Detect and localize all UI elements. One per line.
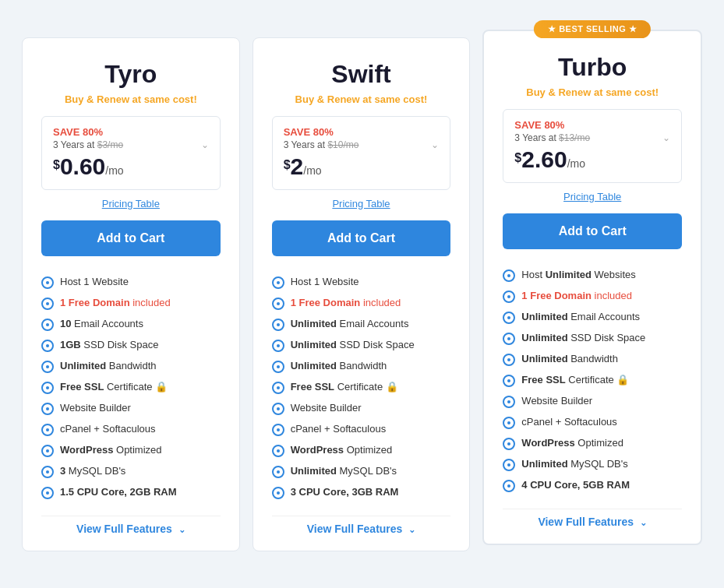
price-main: $2/mo xyxy=(284,153,440,180)
feature-check-icon xyxy=(272,361,284,373)
feature-check-icon xyxy=(41,466,54,478)
feature-text: 4 CPU Core, 5GB RAM xyxy=(521,479,630,491)
price-box[interactable]: SAVE 80% 3 Years at $13/mo ⌄ $2.60/mo xyxy=(503,109,682,183)
pricing-container: Tyro Buy & Renew at same cost! SAVE 80% … xyxy=(16,30,708,559)
view-full-features-link[interactable]: View Full Features ⌄ xyxy=(272,516,451,535)
feature-check-icon xyxy=(503,417,515,429)
chevron-icon: ⌄ xyxy=(662,132,670,143)
plan-card-tyro: Tyro Buy & Renew at same cost! SAVE 80% … xyxy=(22,37,240,551)
feature-text: 1 Free Domain included xyxy=(60,297,171,308)
feature-check-icon xyxy=(503,438,515,450)
years-line: 3 Years at $3/mo ⌄ xyxy=(53,139,209,150)
features-list: Host 1 Website 1 Free Domain included Un… xyxy=(272,272,451,503)
price-box[interactable]: SAVE 80% 3 Years at $3/mo ⌄ $0.60/mo xyxy=(41,116,221,190)
feature-check-icon xyxy=(41,361,54,373)
feature-item: 10 Email Accounts xyxy=(41,314,221,335)
features-list: Host 1 Website 1 Free Domain included 10… xyxy=(41,272,221,503)
chevron-icon: ⌄ xyxy=(201,139,209,150)
price-suffix: /mo xyxy=(105,164,123,177)
feature-text: Unlimited Bandwidth xyxy=(521,353,618,364)
feature-text: Unlimited MySQL DB's xyxy=(521,458,627,470)
feature-text: 1 Free Domain included xyxy=(291,297,401,308)
feature-text: cPanel + Softaculous xyxy=(291,423,387,435)
feature-check-icon xyxy=(41,276,54,289)
feature-text: Free SSL Certificate 🔒 xyxy=(60,381,168,393)
feature-text: 10 Email Accounts xyxy=(60,318,143,329)
years-text: 3 Years at $3/mo xyxy=(53,139,123,150)
feature-item: 3 CPU Core, 3GB RAM xyxy=(272,482,451,503)
add-to-cart-button[interactable]: Add to Cart xyxy=(272,220,451,256)
view-full-features-link[interactable]: View Full Features ⌄ xyxy=(503,509,682,528)
feature-item: Unlimited Bandwidth xyxy=(503,349,682,370)
feature-check-icon xyxy=(272,382,284,394)
years-text: 3 Years at $10/mo xyxy=(284,139,359,150)
feature-item: cPanel + Softaculous xyxy=(503,412,682,433)
feature-check-icon xyxy=(272,424,284,436)
price-box[interactable]: SAVE 80% 3 Years at $10/mo ⌄ $2/mo xyxy=(272,116,451,190)
feature-text: Website Builder xyxy=(60,402,131,414)
feature-text: Website Builder xyxy=(291,402,362,414)
pricing-table-link[interactable]: Pricing Table xyxy=(503,191,682,202)
feature-check-icon xyxy=(41,382,54,394)
plan-card-swift: Swift Buy & Renew at same cost! SAVE 80%… xyxy=(253,37,471,551)
feature-text: WordPress Optimized xyxy=(60,444,162,456)
feature-check-icon xyxy=(503,333,515,345)
feature-check-icon xyxy=(503,375,515,387)
feature-check-icon xyxy=(272,445,284,457)
feature-check-icon xyxy=(41,424,54,436)
price-main: $2.60/mo xyxy=(514,146,670,173)
feature-text: Unlimited SSD Disk Space xyxy=(521,332,645,343)
years-line: 3 Years at $13/mo ⌄ xyxy=(514,132,670,143)
price-suffix: /mo xyxy=(567,157,585,170)
feature-text: Unlimited MySQL DB's xyxy=(291,465,397,477)
price-dollar: $ xyxy=(514,151,521,165)
feature-check-icon xyxy=(41,298,54,310)
feature-text: 3 MySQL DB's xyxy=(60,465,125,477)
feature-check-icon xyxy=(41,445,54,457)
view-full-features-link[interactable]: View Full Features ⌄ xyxy=(41,516,221,535)
original-price: $10/mo xyxy=(327,139,358,150)
buy-renew-text: Buy & Renew at same cost! xyxy=(41,93,221,105)
feature-item: Unlimited Email Accounts xyxy=(503,307,682,328)
pricing-table-link[interactable]: Pricing Table xyxy=(41,198,221,209)
chevron-down-icon: ⌄ xyxy=(640,518,647,527)
best-selling-badge: ★ BEST SELLING ★ xyxy=(534,20,651,38)
feature-check-icon xyxy=(272,487,284,499)
feature-item: WordPress Optimized xyxy=(41,440,221,461)
feature-item: cPanel + Softaculous xyxy=(41,419,221,440)
feature-check-icon xyxy=(272,319,284,331)
feature-item: 4 CPU Core, 5GB RAM xyxy=(503,475,682,496)
feature-item: Unlimited Email Accounts xyxy=(272,314,451,335)
feature-check-icon xyxy=(272,298,284,310)
view-full-features-text: View Full Features xyxy=(538,516,634,528)
feature-text: Unlimited SSD Disk Space xyxy=(291,339,415,350)
price-suffix: /mo xyxy=(303,164,321,177)
add-to-cart-button[interactable]: Add to Cart xyxy=(503,213,682,249)
plan-card-turbo: ★ BEST SELLING ★ Turbo Buy & Renew at sa… xyxy=(482,30,702,545)
feature-text: Unlimited Bandwidth xyxy=(60,360,157,371)
feature-item: Unlimited MySQL DB's xyxy=(503,454,682,475)
feature-check-icon xyxy=(503,396,515,408)
chevron-down-icon: ⌄ xyxy=(178,525,185,534)
feature-check-icon xyxy=(41,403,54,415)
feature-text: Unlimited Email Accounts xyxy=(291,318,409,329)
feature-text: 3 CPU Core, 3GB RAM xyxy=(291,486,399,498)
save-badge: SAVE 80% xyxy=(53,126,209,138)
feature-text: 1.5 CPU Core, 2GB RAM xyxy=(60,486,177,498)
feature-text: Free SSL Certificate 🔒 xyxy=(291,381,398,393)
feature-item: Unlimited SSD Disk Space xyxy=(503,328,682,349)
buy-renew-text: Buy & Renew at same cost! xyxy=(503,86,682,98)
buy-renew-text: Buy & Renew at same cost! xyxy=(272,93,451,105)
feature-item: Website Builder xyxy=(41,398,221,419)
pricing-table-link[interactable]: Pricing Table xyxy=(272,198,451,209)
feature-item: Unlimited MySQL DB's xyxy=(272,461,451,482)
feature-item: 3 MySQL DB's xyxy=(41,461,221,482)
price-dollar: $ xyxy=(53,158,60,172)
save-badge: SAVE 80% xyxy=(284,126,440,138)
feature-item: Website Builder xyxy=(503,391,682,412)
add-to-cart-button[interactable]: Add to Cart xyxy=(41,220,221,256)
feature-check-icon xyxy=(41,340,54,352)
save-badge: SAVE 80% xyxy=(514,119,670,131)
chevron-icon: ⌄ xyxy=(431,139,439,150)
feature-item: 1 Free Domain included xyxy=(272,293,451,314)
